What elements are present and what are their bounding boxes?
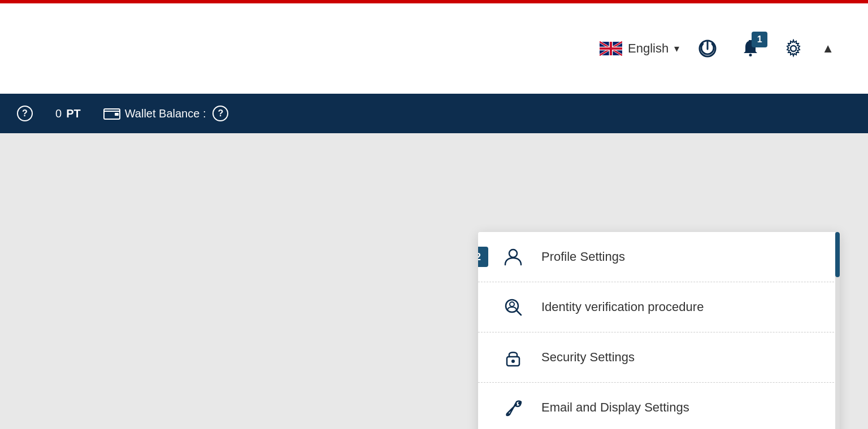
notification-badge: 1 <box>752 32 767 47</box>
help-icon: ? <box>17 106 33 121</box>
lock-icon <box>501 345 526 370</box>
svg-point-10 <box>510 302 514 307</box>
header-controls: English ▾ 1 <box>600 34 834 63</box>
svg-rect-7 <box>115 113 119 116</box>
svg-point-14 <box>507 413 510 415</box>
security-settings-item[interactable]: Security Settings <box>478 332 840 383</box>
identity-verification-item[interactable]: Identity verification procedure <box>478 282 840 332</box>
main-content: 2 Profile Settings Identity verification… <box>0 133 868 429</box>
scrollbar-thumb <box>835 232 840 277</box>
language-label: English <box>628 41 669 56</box>
chevron-up-icon: ▲ <box>822 41 834 56</box>
wallet-help-icon[interactable]: ? <box>212 106 228 121</box>
navbar-question-item[interactable]: ? <box>17 106 33 121</box>
notification-button[interactable]: 1 <box>736 34 765 63</box>
header: English ▾ 1 <box>0 3 868 94</box>
security-settings-label: Security Settings <box>541 350 635 365</box>
wallet-label: Wallet Balance : <box>125 107 206 120</box>
email-display-settings-item[interactable]: Email and Display Settings <box>478 383 840 429</box>
scrollbar-track[interactable] <box>835 232 840 429</box>
avatar-chevron-button[interactable]: ▲ <box>822 41 834 56</box>
identity-verification-label: Identity verification procedure <box>541 300 704 314</box>
power-button[interactable] <box>693 34 722 63</box>
person-icon <box>501 244 526 269</box>
svg-point-8 <box>509 249 517 257</box>
svg-point-13 <box>511 360 515 363</box>
language-chevron-icon: ▾ <box>674 42 679 55</box>
navbar: ? 0 PT Wallet Balance : ? <box>0 94 868 133</box>
language-selector[interactable]: English ▾ <box>600 41 679 56</box>
navbar-wallet: Wallet Balance : ? <box>103 106 229 121</box>
profile-settings-label: Profile Settings <box>541 249 625 264</box>
wallet-icon <box>103 107 120 120</box>
balance-value: 0 <box>55 107 62 120</box>
uk-flag-icon <box>600 41 622 56</box>
settings-button[interactable] <box>779 34 808 63</box>
svg-line-11 <box>517 310 521 315</box>
profile-settings-item[interactable]: 2 Profile Settings <box>478 232 840 282</box>
wrench-icon <box>501 395 526 420</box>
identity-icon <box>501 295 526 319</box>
gear-icon <box>784 39 803 58</box>
currency-label: PT <box>66 107 81 120</box>
svg-point-5 <box>791 46 796 51</box>
profile-badge: 2 <box>478 247 488 267</box>
navbar-balance: 0 PT <box>55 107 81 120</box>
svg-point-3 <box>749 54 752 56</box>
power-icon <box>698 39 717 58</box>
email-display-settings-label: Email and Display Settings <box>541 400 689 415</box>
settings-dropdown: 2 Profile Settings Identity verification… <box>478 232 840 429</box>
